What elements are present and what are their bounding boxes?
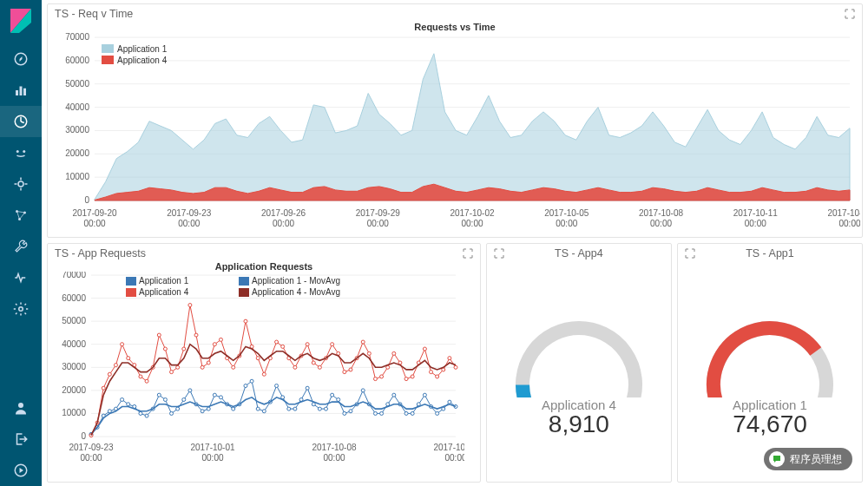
svg-point-108 bbox=[157, 393, 161, 397]
nav-dashboard[interactable] bbox=[0, 106, 42, 137]
nav-logout[interactable] bbox=[0, 424, 42, 455]
nav-management[interactable] bbox=[0, 293, 42, 325]
nav-apm[interactable] bbox=[0, 168, 42, 200]
svg-marker-26 bbox=[20, 468, 24, 473]
svg-text:40000: 40000 bbox=[65, 102, 89, 112]
svg-text:20000: 20000 bbox=[65, 148, 89, 158]
panel-app-requests: TS - App Requests Application Requests 0… bbox=[47, 243, 481, 483]
expand-icon[interactable] bbox=[494, 248, 504, 259]
chart-title: Application Requests bbox=[48, 261, 480, 272]
svg-point-177 bbox=[213, 343, 216, 346]
svg-text:Application 1 - MovAvg: Application 1 - MovAvg bbox=[252, 276, 340, 286]
expand-icon[interactable] bbox=[463, 248, 473, 259]
svg-text:60000: 60000 bbox=[62, 293, 86, 303]
svg-text:00:00: 00:00 bbox=[444, 453, 464, 463]
svg-point-194 bbox=[318, 365, 321, 369]
svg-text:10000: 10000 bbox=[65, 172, 89, 181]
svg-point-185 bbox=[262, 372, 266, 376]
watermark: 程序员理想 bbox=[764, 448, 852, 470]
svg-point-23 bbox=[19, 307, 23, 312]
panel-title: TS - App Requests bbox=[55, 247, 146, 259]
svg-point-139 bbox=[349, 410, 352, 413]
svg-point-162 bbox=[121, 343, 124, 346]
svg-point-166 bbox=[145, 379, 148, 383]
line-chart: 010000200003000040000500006000070000Appl… bbox=[48, 272, 464, 470]
svg-text:2017-10-01: 2017-10-01 bbox=[190, 443, 235, 452]
svg-point-206 bbox=[392, 351, 396, 355]
panel-gauge-app4: TS - App4 Application 4 8,910 bbox=[486, 243, 672, 483]
svg-text:50000: 50000 bbox=[65, 79, 89, 89]
svg-text:60000: 60000 bbox=[65, 56, 89, 65]
panel-title: TS - App4 bbox=[555, 247, 603, 259]
nav-discover[interactable] bbox=[0, 43, 42, 75]
svg-rect-83 bbox=[239, 277, 249, 286]
svg-point-216 bbox=[454, 365, 457, 369]
svg-text:70000: 70000 bbox=[65, 32, 89, 42]
svg-rect-5 bbox=[20, 87, 23, 96]
svg-text:2017-10-05: 2017-10-05 bbox=[544, 208, 589, 218]
nav-collapse[interactable] bbox=[0, 455, 42, 486]
svg-point-148 bbox=[404, 411, 408, 415]
nav-timelion[interactable] bbox=[0, 137, 42, 168]
svg-point-190 bbox=[293, 365, 297, 369]
nav-account[interactable] bbox=[0, 392, 42, 424]
svg-point-202 bbox=[367, 351, 371, 355]
gauge-chart bbox=[505, 302, 653, 397]
svg-point-209 bbox=[411, 375, 414, 378]
svg-text:2017-10-02: 2017-10-02 bbox=[450, 208, 495, 218]
svg-rect-6 bbox=[23, 89, 26, 95]
svg-point-208 bbox=[404, 378, 408, 381]
nav-monitoring[interactable] bbox=[0, 262, 42, 293]
svg-rect-4 bbox=[16, 90, 18, 95]
svg-point-201 bbox=[361, 340, 365, 344]
svg-point-113 bbox=[188, 389, 192, 392]
svg-point-193 bbox=[312, 361, 315, 364]
svg-point-199 bbox=[349, 368, 352, 371]
svg-line-9 bbox=[21, 122, 24, 123]
expand-icon[interactable] bbox=[685, 248, 695, 259]
svg-text:Application 4: Application 4 bbox=[139, 287, 189, 297]
svg-text:00:00: 00:00 bbox=[650, 219, 672, 228]
svg-rect-45 bbox=[102, 56, 114, 64]
svg-point-155 bbox=[448, 400, 451, 404]
svg-point-122 bbox=[244, 384, 247, 388]
svg-text:30000: 30000 bbox=[65, 125, 89, 135]
svg-point-169 bbox=[163, 347, 167, 351]
svg-point-106 bbox=[145, 414, 148, 417]
svg-point-138 bbox=[343, 411, 346, 415]
svg-point-144 bbox=[380, 411, 384, 415]
nav-graph[interactable] bbox=[0, 200, 42, 231]
svg-marker-3 bbox=[20, 56, 23, 62]
svg-point-124 bbox=[256, 407, 260, 410]
svg-point-10 bbox=[16, 150, 19, 153]
panel-title: TS - Req v Time bbox=[55, 8, 133, 20]
svg-point-203 bbox=[373, 378, 377, 381]
svg-point-123 bbox=[250, 379, 253, 383]
svg-point-153 bbox=[436, 411, 439, 415]
nav-devtools[interactable] bbox=[0, 231, 42, 262]
svg-point-212 bbox=[430, 371, 433, 374]
svg-text:10000: 10000 bbox=[62, 408, 86, 417]
svg-text:2017-09-29: 2017-09-29 bbox=[356, 208, 401, 218]
svg-point-213 bbox=[436, 375, 439, 378]
svg-point-198 bbox=[343, 371, 346, 374]
panel-req-v-time: TS - Req v Time Requests vs Time 0100002… bbox=[47, 3, 863, 238]
gauge-chart bbox=[696, 302, 844, 397]
svg-text:00:00: 00:00 bbox=[367, 219, 389, 228]
svg-point-170 bbox=[170, 371, 174, 374]
dashboard-main: TS - Req v Time Requests vs Time 0100002… bbox=[42, 0, 868, 486]
expand-icon[interactable] bbox=[845, 9, 855, 19]
gauge-value: 8,910 bbox=[549, 410, 609, 438]
svg-point-163 bbox=[127, 357, 130, 360]
svg-line-20 bbox=[17, 212, 25, 213]
svg-text:2017-09-26: 2017-09-26 bbox=[261, 208, 306, 218]
nav-visualize[interactable] bbox=[0, 75, 42, 106]
svg-text:00:00: 00:00 bbox=[201, 453, 223, 463]
panel-gauge-app1: TS - App1 Application 1 74,670 bbox=[677, 243, 863, 483]
svg-point-160 bbox=[108, 372, 111, 376]
svg-point-130 bbox=[293, 407, 297, 410]
svg-text:70000: 70000 bbox=[62, 272, 86, 279]
svg-text:2017-10-16: 2017-10-16 bbox=[433, 443, 464, 452]
svg-text:Application 1: Application 1 bbox=[117, 44, 168, 54]
svg-point-132 bbox=[306, 386, 309, 390]
